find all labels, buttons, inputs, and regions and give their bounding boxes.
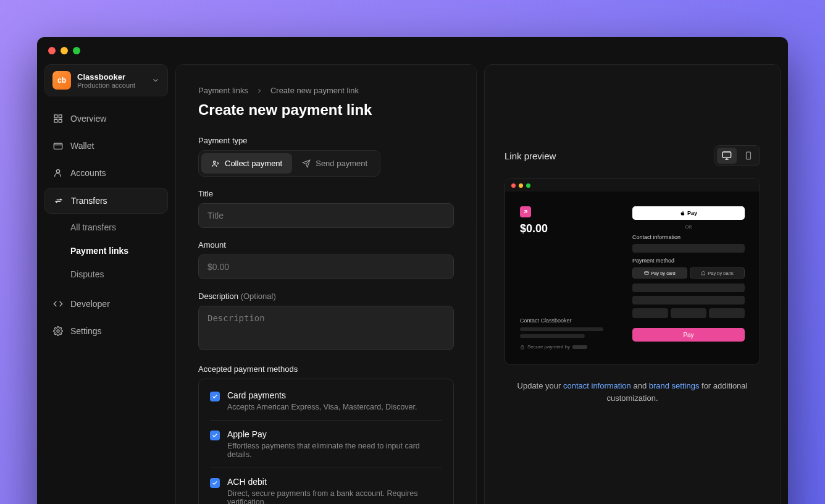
payment-method-ach: ACH debit Direct, secure payments from a… — [210, 468, 442, 504]
mobile-view-button[interactable] — [739, 148, 758, 164]
desktop-icon — [722, 151, 732, 161]
user-receive-icon — [211, 159, 220, 168]
mobile-icon — [744, 151, 753, 161]
svg-rect-16 — [521, 346, 524, 348]
svg-rect-4 — [54, 143, 62, 149]
preview-footer: Update your contact information and bran… — [505, 380, 760, 404]
sidebar-item-label: Settings — [70, 326, 102, 336]
subnav-all-transfers[interactable]: All transfers — [62, 216, 168, 238]
page-title: Create new payment link — [198, 101, 454, 119]
contact-info-label: Contact information — [632, 234, 745, 240]
checkbox-ach[interactable] — [210, 478, 220, 488]
maximize-icon[interactable] — [73, 47, 80, 54]
transfers-icon — [54, 196, 64, 206]
payment-method-label: Payment method — [632, 258, 745, 264]
desktop-view-button[interactable] — [717, 148, 737, 164]
mock-close-icon — [511, 183, 516, 188]
or-divider: OR — [632, 225, 745, 229]
provider-logo — [572, 345, 587, 349]
pay-by-card-tab: Pay by card — [632, 267, 687, 279]
preview-amount: $0.00 — [520, 222, 613, 235]
device-toggle — [714, 145, 760, 166]
svg-rect-1 — [59, 115, 62, 118]
account-switcher[interactable]: cb Classbooker Production account — [44, 64, 168, 96]
pay-button: Pay — [632, 328, 745, 342]
skeleton — [520, 327, 603, 331]
sidebar-item-overview[interactable]: Overview — [44, 106, 168, 131]
description-label: Description (Optional) — [198, 292, 454, 301]
preview-mock: $0.00 Contact Classbooker Secure payment… — [505, 178, 760, 365]
breadcrumb: Payment links Create new payment link — [198, 86, 454, 95]
window-titlebar — [37, 37, 788, 64]
title-input[interactable] — [198, 203, 454, 228]
apple-icon — [680, 211, 685, 216]
mock-email-input — [632, 244, 745, 253]
sidebar-item-label: Transfers — [71, 196, 107, 206]
skeleton — [520, 334, 585, 338]
account-subtitle: Production account — [77, 82, 145, 89]
amount-input[interactable] — [198, 254, 454, 279]
account-name: Classbooker — [77, 72, 145, 82]
merchant-logo — [520, 206, 531, 217]
send-icon — [302, 159, 311, 168]
breadcrumb-parent[interactable]: Payment links — [198, 86, 248, 95]
contact-merchant: Contact Classbooker — [520, 317, 613, 324]
description-input[interactable] — [198, 306, 454, 350]
sidebar-item-accounts[interactable]: Accounts — [44, 161, 168, 185]
title-label: Title — [198, 189, 454, 198]
svg-rect-17 — [645, 272, 649, 275]
pm-desc: Direct, secure payments from a bank acco… — [227, 489, 442, 504]
pm-title: Apple Pay — [227, 429, 442, 439]
collect-payment-label: Collect payment — [225, 159, 282, 168]
sidebar-item-transfers[interactable]: Transfers — [44, 188, 168, 214]
sidebar-item-label: Developer — [70, 299, 110, 309]
payment-type-label: Payment type — [198, 136, 454, 145]
mock-min-icon — [519, 183, 523, 188]
send-payment-label: Send payment — [316, 159, 367, 168]
arrow-up-right-icon — [522, 209, 529, 215]
payment-methods-box: Card payments Accepts American Express, … — [198, 379, 454, 504]
check-icon — [212, 432, 218, 439]
gear-icon — [53, 326, 63, 336]
sidebar-item-developer[interactable]: Developer — [44, 292, 168, 316]
payment-method-applepay: Apple Pay Effortless payments that elimi… — [210, 421, 442, 468]
sidebar-item-wallet[interactable]: Wallet — [44, 133, 168, 158]
payment-method-card: Card payments Accepts American Express, … — [210, 382, 442, 421]
svg-rect-0 — [54, 115, 57, 118]
svg-rect-13 — [747, 152, 751, 159]
send-payment-button[interactable]: Send payment — [292, 153, 377, 174]
pm-desc: Effortless payments that eliminate the n… — [227, 442, 442, 459]
chevron-down-icon — [151, 76, 160, 85]
svg-rect-10 — [722, 152, 731, 158]
sidebar-item-label: Accounts — [70, 168, 106, 178]
secure-payment: Secure payment by — [520, 344, 613, 350]
breadcrumb-current: Create new payment link — [270, 86, 359, 95]
apple-pay-button: Pay — [632, 206, 745, 220]
sidebar-item-settings[interactable]: Settings — [44, 319, 168, 343]
close-icon[interactable] — [48, 47, 56, 54]
contact-info-link[interactable]: contact information — [563, 381, 631, 390]
transfers-subnav: All transfers Payment links Disputes — [44, 216, 168, 285]
checkbox-card[interactable] — [210, 392, 220, 401]
accepted-methods-label: Accepted payment methods — [198, 364, 454, 374]
svg-rect-3 — [59, 119, 62, 122]
pm-title: Card payments — [227, 390, 417, 400]
minimize-icon[interactable] — [61, 47, 68, 54]
svg-rect-2 — [54, 119, 57, 122]
user-icon — [53, 168, 63, 178]
wallet-icon — [53, 141, 63, 151]
subnav-payment-links[interactable]: Payment links — [62, 240, 168, 262]
sidebar-item-label: Wallet — [70, 141, 94, 151]
check-icon — [212, 393, 218, 400]
svg-point-6 — [57, 330, 59, 332]
checkbox-applepay[interactable] — [210, 430, 220, 440]
collect-payment-button[interactable]: Collect payment — [201, 153, 292, 174]
mock-cvc-input — [671, 308, 706, 318]
pm-desc: Accepts American Express, Visa, Masterca… — [227, 403, 417, 411]
subnav-disputes[interactable]: Disputes — [62, 263, 168, 285]
mock-zip-input — [709, 308, 745, 318]
mock-name-input — [632, 296, 745, 304]
brand-settings-link[interactable]: brand settings — [649, 381, 700, 390]
chevron-right-icon — [256, 87, 263, 94]
svg-point-7 — [214, 161, 216, 163]
